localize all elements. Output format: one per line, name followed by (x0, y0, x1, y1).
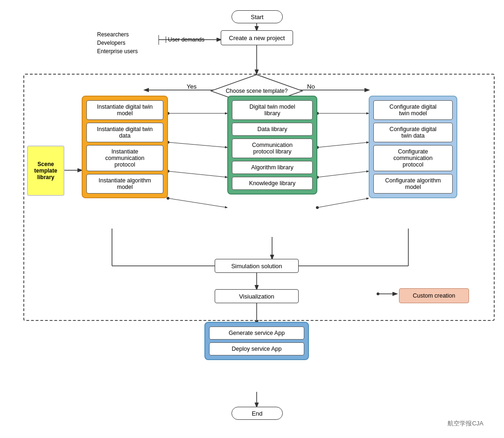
choose-scene-text: Choose scene template? (222, 88, 292, 94)
generate-app-item: Generate service App (209, 327, 304, 340)
app-group: Generate service App Deploy service App (204, 322, 309, 360)
start-node: Start (231, 10, 283, 23)
watermark: 航空学报CJA (448, 419, 483, 428)
user-demands-area: Researchers Developers Enterprise users (97, 30, 138, 56)
researchers-label: Researchers (97, 30, 138, 39)
end-node: End (231, 407, 283, 420)
developers-label: Developers (97, 39, 138, 47)
diagram-container: Start Researchers Developers Enterprise … (9, 5, 495, 433)
outer-dashed-box (23, 74, 495, 321)
deploy-app-item: Deploy service App (209, 342, 304, 355)
user-demands-label: User demands (166, 36, 204, 43)
enterprise-label: Enterprise users (97, 47, 138, 56)
create-project-node: Create a new project (221, 30, 293, 45)
